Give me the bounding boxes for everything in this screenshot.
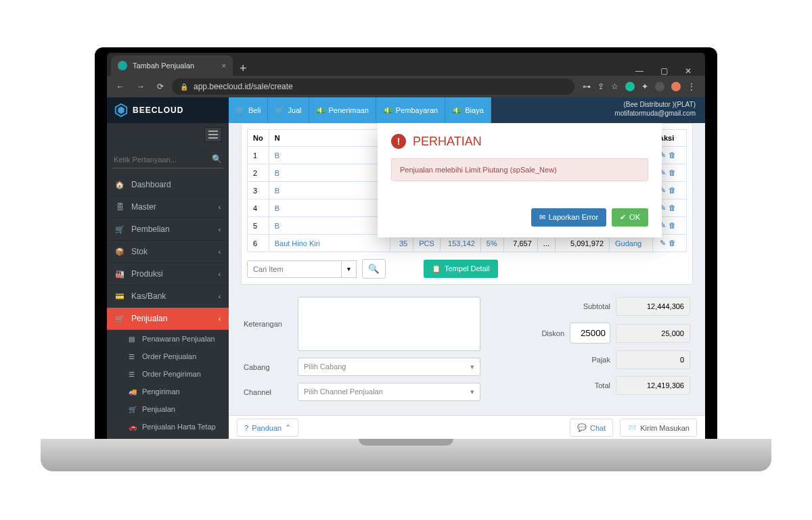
puzzle-icon[interactable]: ✦	[641, 82, 648, 91]
delete-icon[interactable]: 🗑	[667, 239, 677, 247]
item-link[interactable]: Baut Hino Kiri	[275, 239, 320, 247]
sidebar-item-produksi[interactable]: 🏭Produksi‹	[107, 263, 229, 285]
share-icon[interactable]: ⇪	[597, 82, 604, 91]
modal-title: PERHATIAN	[413, 135, 482, 149]
nav-icon: 🏭	[115, 270, 125, 279]
delete-icon[interactable]: 🗑	[667, 221, 677, 229]
window-minimize-button[interactable]: —	[629, 66, 650, 76]
search-button[interactable]: 🔍	[362, 259, 386, 279]
sidebar-subitem[interactable]: ▤Penawaran Penjualan	[107, 330, 229, 348]
topbar-icon: 💵	[316, 106, 325, 115]
chevron-left-icon: ‹	[219, 204, 221, 211]
logo-text: BEECLOUD	[133, 105, 183, 115]
window-maximize-button[interactable]: ▢	[654, 66, 674, 76]
nav-label: Kas/Bank	[131, 291, 166, 301]
user-info[interactable]: (Bee Distributor )(PLAT) motifatormuda@g…	[605, 97, 705, 123]
panduan-button[interactable]: ?Panduan⌃	[237, 419, 298, 437]
topbar-jual-button[interactable]: 🛒Jual	[268, 97, 309, 123]
url-input[interactable]: 🔒 app.beecloud.id/sale/create	[172, 78, 574, 95]
chat-button[interactable]: 💬Chat	[570, 419, 613, 437]
diskon-value: 25,000	[616, 324, 690, 343]
sidebar-item-master[interactable]: 🗄Master‹	[107, 196, 229, 218]
sidebar-subitem[interactable]: 🚗Penjualan Harta Tetap	[107, 418, 229, 435]
url-text: app.beecloud.id/sale/create	[194, 82, 293, 91]
topbar-icon: 🛒	[275, 106, 284, 115]
sidebar-item-pembelian[interactable]: 🛒Pembelian‹	[107, 218, 229, 241]
topbar-penerimaan-button[interactable]: 💵Penerimaan	[309, 97, 376, 123]
diskon-input[interactable]	[570, 323, 610, 344]
report-error-button[interactable]: ✉Laporkan Error	[531, 208, 606, 227]
send-icon: 📨	[627, 423, 637, 432]
topbar-icon: 💵	[452, 106, 461, 115]
delete-icon[interactable]: 🗑	[667, 204, 677, 212]
nav-icon: 💳	[115, 292, 125, 301]
sidebar-subitem[interactable]: ☰Order Pengiriman	[107, 365, 229, 383]
sidebar-item-dashboard[interactable]: 🏠Dashboard	[107, 174, 229, 196]
hamburger-icon[interactable]	[204, 127, 222, 142]
edit-icon[interactable]: ✎	[658, 239, 667, 247]
chevron-down-icon[interactable]: ▾	[342, 260, 357, 278]
main-content: 🛒Beli🛒Jual💵Penerimaan💵Pembayaran💵Biaya (…	[229, 97, 705, 440]
sub-icon: ☰	[129, 353, 137, 360]
gudang-link[interactable]: Gudang	[615, 239, 641, 247]
exclamation-icon: !	[391, 134, 406, 149]
chevron-left-icon: ‹	[219, 293, 221, 300]
browser-tab[interactable]: Tambah Penjualan ×	[111, 55, 233, 76]
delete-icon[interactable]: 🗑	[667, 151, 677, 159]
menu-icon[interactable]: ⋮	[687, 82, 696, 91]
profile-icon[interactable]	[671, 82, 681, 91]
topbar-pembayaran-button[interactable]: 💵Pembayaran	[376, 97, 445, 123]
sidebar-subitem[interactable]: 🚚Pengiriman	[107, 383, 229, 400]
kirim-masukan-button[interactable]: 📨Kirim Masukan	[620, 419, 697, 437]
sub-icon: ▤	[129, 335, 137, 343]
attention-modal: ! PERHATIAN Penjualan melebihi Limit Piu…	[378, 123, 662, 237]
pajak-label: Pajak	[591, 356, 610, 364]
sub-label: Order Pengiriman	[142, 370, 201, 378]
chevron-up-icon: ⌃	[285, 423, 291, 432]
item-link[interactable]: B	[275, 222, 279, 230]
envelope-icon: ✉	[539, 213, 545, 222]
check-icon: ✔	[620, 213, 626, 222]
item-link[interactable]: B	[275, 151, 279, 160]
key-icon[interactable]: ⊶	[583, 82, 591, 91]
sidebar-subitem[interactable]: ☰Order Penjualan	[107, 348, 229, 365]
search-input[interactable]	[112, 151, 223, 168]
nav-label: Pembelian	[131, 224, 170, 234]
topbar-biaya-button[interactable]: 💵Biaya	[445, 97, 491, 123]
sub-icon: 🛒	[129, 406, 137, 413]
sidebar-item-penjualan[interactable]: 🛒Penjualan‹	[107, 308, 229, 330]
delete-icon[interactable]: 🗑	[667, 186, 677, 194]
close-icon[interactable]: ×	[222, 62, 226, 70]
sidebar-item-stok[interactable]: 📦Stok‹	[107, 241, 229, 263]
sub-icon: 🚗	[129, 423, 137, 431]
delete-icon[interactable]: 🗑	[667, 168, 677, 176]
sidebar-subitem[interactable]: 🛒Penjualan	[107, 400, 229, 418]
topbar-beli-button[interactable]: 🛒Beli	[229, 97, 268, 123]
forward-button[interactable]: →	[133, 82, 149, 91]
sub-label: Order Penjualan	[142, 352, 196, 360]
window-close-button[interactable]: ✕	[678, 66, 698, 76]
chevron-left-icon: ‹	[219, 315, 221, 323]
ok-button[interactable]: ✔OK	[612, 208, 648, 227]
paste-detail-button[interactable]: 📋Tempel Detail	[424, 260, 498, 278]
item-link[interactable]: B	[275, 187, 279, 195]
sidebar-search: 🔍	[112, 151, 223, 168]
extension-icon-2[interactable]	[655, 82, 664, 91]
logo[interactable]: BEECLOUD	[107, 97, 229, 123]
new-tab-button[interactable]: +	[233, 62, 254, 76]
item-search-input[interactable]	[247, 260, 342, 278]
keterangan-textarea[interactable]	[298, 297, 480, 351]
sub-label: Penawaran Penjualan	[142, 335, 215, 343]
search-icon[interactable]: 🔍	[212, 154, 222, 164]
star-icon[interactable]: ☆	[611, 82, 618, 91]
item-link[interactable]: B	[275, 204, 279, 212]
back-button[interactable]: ←	[112, 82, 129, 91]
channel-select[interactable]: Pilih Channel Penjualan ▾	[298, 383, 480, 401]
item-link[interactable]: B	[275, 169, 279, 177]
extension-icon[interactable]	[625, 82, 635, 91]
sidebar-item-kas/bank[interactable]: 💳Kas/Bank‹	[107, 285, 229, 308]
reload-button[interactable]: ⟳	[153, 82, 168, 91]
chevron-down-icon: ▾	[470, 362, 474, 371]
cabang-select[interactable]: Pilih Cabang ▾	[298, 358, 480, 376]
favicon-icon	[118, 61, 127, 70]
